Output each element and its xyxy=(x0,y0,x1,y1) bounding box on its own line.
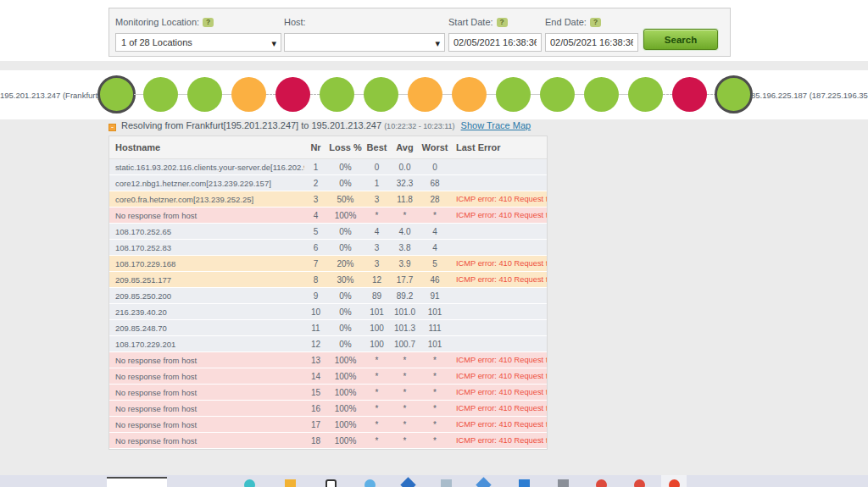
trace-results-table: Hostname Nr Loss % Best Avg Worst Last E… xyxy=(108,136,548,450)
table-row[interactable]: core12.nbg1.hetzner.com[213.239.229.157]… xyxy=(109,175,547,191)
trace-node-12-ok[interactable] xyxy=(584,77,619,112)
taskbar-app-blue-square-icon[interactable] xyxy=(519,479,530,487)
table-row[interactable]: No response from host 17 100% * * * ICMP… xyxy=(109,417,547,433)
table-row[interactable]: static.161.93.202.116.clients.your-serve… xyxy=(109,159,547,175)
taskbar-app-gray-icon[interactable] xyxy=(558,479,569,487)
worst-cell: 101 xyxy=(420,307,450,317)
table-row[interactable]: 209.85.250.200 9 0% 89 89.2 91 xyxy=(109,288,547,304)
best-cell: 100 xyxy=(364,324,390,333)
loss-cell: 100% xyxy=(327,436,364,445)
avg-cell: 3.9 xyxy=(390,259,420,268)
host-select[interactable] xyxy=(284,33,445,52)
best-cell: * xyxy=(364,420,390,429)
trace-connector xyxy=(266,94,275,95)
show-trace-map-link[interactable]: Show Trace Map xyxy=(461,120,531,130)
table-row[interactable]: No response from host 4 100% * * * ICMP … xyxy=(109,208,547,224)
avg-cell: * xyxy=(390,388,420,397)
nr-cell: 5 xyxy=(304,227,327,236)
host-group: Host: xyxy=(284,14,445,52)
trace-node-5-error[interactable] xyxy=(275,77,310,112)
table-row[interactable]: No response from host 15 100% * * * ICMP… xyxy=(109,385,547,401)
last-error-cell: ICMP error: 410 Request timeout. xyxy=(450,436,547,445)
table-row[interactable]: 108.170.252.65 5 0% 4 4.0 4 xyxy=(109,224,547,240)
taskbar-search-box[interactable] xyxy=(107,477,167,487)
trace-node-7-ok[interactable] xyxy=(364,77,398,112)
trace-node-9-warn[interactable] xyxy=(452,77,487,112)
table-row[interactable]: 108.170.229.168 7 20% 3 3.9 5 ICMP error… xyxy=(109,256,547,272)
hostname-cell: No response from host xyxy=(109,404,304,413)
table-row[interactable]: 209.85.251.177 8 30% 12 17.7 46 ICMP err… xyxy=(109,272,547,288)
loss-cell: 0% xyxy=(327,179,364,188)
trace-node-10-ok[interactable] xyxy=(496,77,531,112)
trace-node-11-ok[interactable] xyxy=(540,77,575,112)
trace-node-13-ok[interactable] xyxy=(628,77,663,112)
table-row[interactable]: No response from host 18 100% * * * ICMP… xyxy=(109,433,547,449)
loss-cell: 100% xyxy=(327,420,364,429)
search-button[interactable]: Search xyxy=(643,29,718,50)
nr-cell: 9 xyxy=(304,291,327,301)
help-icon[interactable]: ? xyxy=(203,18,214,27)
trace-node-8-warn[interactable] xyxy=(408,77,442,112)
taskbar-app-red2-icon[interactable] xyxy=(634,479,645,487)
start-date-input[interactable] xyxy=(448,33,542,52)
help-icon[interactable]: ? xyxy=(497,18,508,27)
table-row[interactable]: 209.85.248.70 11 0% 100 101.3 111 xyxy=(109,320,547,336)
table-row[interactable]: No response from host 14 100% * * * ICMP… xyxy=(109,368,547,385)
table-row[interactable]: 216.239.40.20 10 0% 101 101.0 101 xyxy=(109,304,547,320)
avg-cell: 101.3 xyxy=(390,324,420,333)
collapse-icon[interactable]: - xyxy=(108,124,116,131)
best-cell: * xyxy=(364,388,390,397)
table-row[interactable]: core0.fra.hetzner.com[213.239.252.25] 3 … xyxy=(109,191,547,208)
worst-cell: * xyxy=(420,404,450,413)
trace-node-15-ok[interactable] xyxy=(715,75,753,113)
loss-cell: 20% xyxy=(327,259,364,268)
taskbar-app-lightblue-icon[interactable] xyxy=(364,479,376,487)
nr-cell: 7 xyxy=(304,259,327,268)
best-cell: 89 xyxy=(364,291,390,301)
trace-node-6-ok[interactable] xyxy=(320,77,354,112)
trace-connector xyxy=(134,94,143,95)
taskbar-app-blue-diamond-icon[interactable] xyxy=(400,477,415,487)
trace-node-14-error[interactable] xyxy=(672,77,707,112)
loss-cell: 0% xyxy=(327,163,364,172)
help-icon[interactable]: ? xyxy=(590,18,601,27)
table-row[interactable]: No response from host 13 100% * * * ICMP… xyxy=(109,352,547,368)
nr-cell: 10 xyxy=(304,307,327,317)
worst-cell: 101 xyxy=(420,340,450,349)
best-cell: 4 xyxy=(364,227,390,236)
trace-connector xyxy=(619,94,628,95)
avg-cell: 100.7 xyxy=(390,340,420,349)
taskbar-app-teal-icon[interactable] xyxy=(244,479,255,487)
table-row[interactable]: 108.170.229.201 12 0% 100 100.7 101 xyxy=(109,336,547,352)
avg-cell: 101.0 xyxy=(390,307,420,317)
trace-end-label: 85.196.225.187 (187.225.196.35.bc.google xyxy=(751,91,868,100)
monitoring-location-select[interactable]: 1 of 28 Locations xyxy=(115,33,281,52)
table-row[interactable]: No response from host 16 100% * * * ICMP… xyxy=(109,401,547,417)
last-error-cell: ICMP error: 410 Request timeout. xyxy=(450,388,547,396)
taskbar-app-folder-icon[interactable] xyxy=(285,479,296,487)
trace-node-2-ok[interactable] xyxy=(143,77,178,112)
table-row[interactable]: 108.170.252.83 6 0% 3 3.8 4 xyxy=(109,240,547,256)
taskbar-app-grayblue-icon[interactable] xyxy=(441,479,452,487)
best-cell: * xyxy=(364,356,390,365)
hostname-cell: No response from host xyxy=(109,372,304,381)
col-worst: Worst xyxy=(420,142,450,152)
avg-cell: 0.0 xyxy=(390,163,420,172)
best-cell: * xyxy=(364,436,390,445)
taskbar-app-blue-slant-icon[interactable] xyxy=(476,477,491,487)
top-band: Monitoring Location:? 1 of 28 Locations … xyxy=(0,0,868,61)
table-header-row: Hostname Nr Loss % Best Avg Worst Last E… xyxy=(109,136,547,159)
best-cell: 3 xyxy=(364,195,390,204)
resolve-title: Resolving from Frankfurt[195.201.213.247… xyxy=(121,120,381,130)
trace-node-3-ok[interactable] xyxy=(187,77,222,112)
taskbar-app-phone-icon[interactable] xyxy=(326,479,337,487)
taskbar-app-active-red-icon[interactable] xyxy=(669,479,680,487)
end-date-input[interactable] xyxy=(545,33,638,52)
taskbar-app-red1-icon[interactable] xyxy=(596,479,607,487)
worst-cell: 46 xyxy=(420,275,450,285)
worst-cell: 4 xyxy=(420,227,450,236)
trace-node-1-ok[interactable] xyxy=(97,75,136,113)
trace-node-4-warn[interactable] xyxy=(231,77,266,112)
nr-cell: 11 xyxy=(304,324,327,333)
loss-cell: 100% xyxy=(327,356,364,365)
